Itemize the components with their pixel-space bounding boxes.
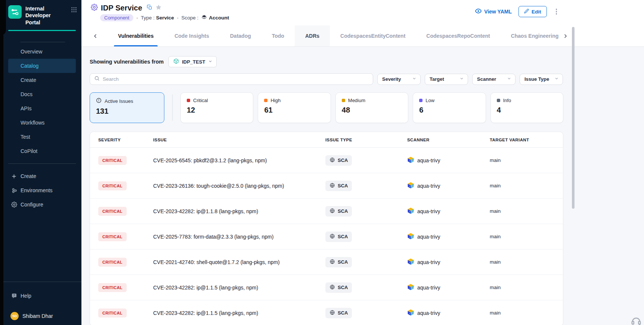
issue-cell: CVE-2023-42282: ip@1.1.5 (lang-pkgs, npm… bbox=[153, 285, 325, 291]
tab-vulnerabilities[interactable]: Vulnerabilities bbox=[108, 25, 164, 46]
edit-button[interactable]: Edit bbox=[518, 6, 547, 17]
type-value: Service bbox=[156, 15, 174, 21]
high-card[interactable]: High 61 bbox=[258, 92, 331, 123]
tabs-scroll-right-icon[interactable] bbox=[563, 25, 568, 46]
sidebar-item-test[interactable]: Test bbox=[8, 130, 76, 144]
issue-cell: CVE-2023-26136: tough-cookie@2.5.0 (lang… bbox=[153, 183, 325, 189]
sca-icon bbox=[329, 284, 335, 291]
help-button[interactable]: ? Help bbox=[0, 290, 81, 301]
star-icon[interactable] bbox=[155, 4, 162, 12]
help-label: Help bbox=[21, 293, 31, 299]
table-row[interactable]: CRITICAL CVE-2023-42282: ip@1.1.8 (lang-… bbox=[90, 199, 563, 224]
sidebar-item-workflows[interactable]: Workflows bbox=[8, 116, 76, 130]
sca-icon bbox=[329, 259, 335, 266]
more-options-icon[interactable] bbox=[554, 7, 560, 16]
severity-badge: CRITICAL bbox=[98, 232, 127, 241]
active-issues-card[interactable]: Active Issues 131 bbox=[90, 92, 164, 123]
filter-label: Scanner bbox=[477, 76, 496, 82]
col-issue-type: ISSUE TYPE bbox=[325, 138, 407, 142]
portal-title: Internal Developer Portal bbox=[25, 5, 66, 26]
sidebar-action-environments[interactable]: Environments bbox=[0, 183, 81, 197]
sidebar-item-docs[interactable]: Docs bbox=[8, 87, 76, 101]
pipeline-icon bbox=[10, 7, 20, 17]
sca-icon bbox=[329, 183, 335, 189]
tabs-scroll-left-icon[interactable] bbox=[93, 25, 98, 46]
project-selector[interactable]: IDP_TEST bbox=[168, 56, 217, 67]
severity-badge: CRITICAL bbox=[98, 283, 127, 292]
trivy-icon bbox=[407, 233, 414, 241]
issue-cell: CVE-2021-42740: shell-quote@1.7.2 (lang-… bbox=[153, 259, 325, 265]
chevron-down-icon bbox=[459, 76, 464, 82]
support-widget-icon[interactable] bbox=[631, 315, 642, 325]
tab-chaos-engineering[interactable]: Chaos Engineering bbox=[501, 25, 563, 46]
sidebar-action-create[interactable]: Create bbox=[0, 169, 81, 183]
tab-codespaces-repo-content[interactable]: CodespacesRepoContent bbox=[416, 25, 500, 46]
sidebar-action-configure[interactable]: Configure bbox=[0, 197, 81, 212]
user-name: Shibam Dhar bbox=[22, 313, 53, 319]
tab-code-insights[interactable]: Code Insights bbox=[164, 25, 220, 46]
chevron-down-icon bbox=[412, 76, 417, 82]
card-label: Critical bbox=[193, 98, 208, 103]
scanner-cell: aqua-trivy bbox=[407, 283, 490, 292]
table-row[interactable]: CRITICAL CVE-2023-26136: tough-cookie@2.… bbox=[90, 173, 563, 199]
divider bbox=[0, 282, 81, 282]
sca-icon bbox=[329, 233, 335, 240]
search-input[interactable] bbox=[103, 76, 369, 82]
main-area: IDP Service Component Type : Ser bbox=[81, 0, 644, 325]
table-row[interactable]: CRITICAL CVE-2023-42282: ip@1.1.5 (lang-… bbox=[90, 300, 563, 325]
apps-grid-icon[interactable] bbox=[71, 7, 77, 14]
tab-adrs[interactable]: ADRs bbox=[295, 25, 330, 46]
target-cell: main bbox=[490, 157, 555, 163]
table-row[interactable]: CRITICAL CVE-2025-6545: pbkdf2@3.1.2 (la… bbox=[90, 148, 563, 173]
low-card[interactable]: Low 6 bbox=[413, 92, 486, 123]
vertical-scrollbar[interactable] bbox=[572, 27, 575, 209]
target-cell: main bbox=[490, 234, 555, 239]
sidebar-item-overview[interactable]: Overview bbox=[8, 45, 76, 59]
issue-type-badge: SCA bbox=[325, 155, 352, 166]
table-row[interactable]: CRITICAL CVE-2021-42740: shell-quote@1.7… bbox=[90, 249, 563, 275]
severity-badge: CRITICAL bbox=[98, 258, 127, 267]
issue-cell: CVE-2025-7783: form-data@2.3.3 (lang-pkg… bbox=[153, 234, 325, 240]
chevron-down-icon bbox=[554, 76, 559, 82]
search-icon bbox=[94, 76, 100, 83]
table-row[interactable]: CRITICAL CVE-2023-42282: ip@1.1.5 (lang-… bbox=[90, 275, 563, 300]
tab-codespaces-entity-content[interactable]: CodespacesEntityContent bbox=[330, 25, 416, 46]
sca-icon bbox=[329, 208, 335, 215]
sidebar-item-catalog[interactable]: Catalog bbox=[8, 59, 76, 73]
table-row[interactable]: CRITICAL CVE-2025-7783: form-data@2.3.3 … bbox=[90, 224, 563, 249]
view-yaml-label: View YAML bbox=[484, 9, 512, 15]
filter-scanner[interactable]: Scanner bbox=[472, 74, 515, 85]
card-label: Low bbox=[425, 98, 434, 103]
filter-target[interactable]: Target bbox=[425, 74, 468, 85]
divider bbox=[172, 95, 173, 121]
type-label: Type : bbox=[141, 15, 155, 21]
trivy-icon bbox=[407, 156, 414, 165]
plus-icon bbox=[11, 174, 21, 179]
copy-icon[interactable] bbox=[147, 4, 152, 12]
info-card[interactable]: Info 4 bbox=[490, 92, 563, 123]
critical-count: 12 bbox=[187, 106, 247, 114]
sidebar-action-label: Create bbox=[21, 173, 36, 179]
sidebar-item-apis[interactable]: APIs bbox=[8, 101, 76, 116]
medium-card[interactable]: Medium 48 bbox=[335, 92, 408, 123]
sidebar-item-create[interactable]: Create bbox=[8, 73, 76, 87]
filter-label: Target bbox=[430, 76, 444, 82]
view-yaml-button[interactable]: View YAML bbox=[475, 8, 512, 15]
user-menu[interactable]: SD Shibam Dhar bbox=[0, 310, 81, 322]
target-cell: main bbox=[490, 183, 555, 188]
tab-todo[interactable]: Todo bbox=[261, 25, 295, 46]
sidebar-item-copilot[interactable]: CoPilot bbox=[8, 144, 76, 158]
tab-datadog[interactable]: Datadog bbox=[220, 25, 261, 46]
divider bbox=[21, 42, 65, 42]
col-scanner: SCANNER bbox=[407, 138, 490, 142]
card-label: Medium bbox=[348, 98, 365, 103]
filter-issue-type[interactable]: Issue Type bbox=[520, 74, 563, 85]
showing-label: Showing vulnerabilities from bbox=[90, 59, 164, 65]
critical-card[interactable]: Critical 12 bbox=[180, 92, 253, 123]
edit-label: Edit bbox=[532, 9, 541, 15]
issue-cell: CVE-2023-42282: ip@1.1.8 (lang-pkgs, npm… bbox=[153, 208, 325, 214]
scanner-cell: aqua-trivy bbox=[407, 156, 490, 165]
filter-severity[interactable]: Severity bbox=[377, 74, 421, 85]
left-edge-corner bbox=[0, 0, 6, 35]
scanner-cell: aqua-trivy bbox=[407, 309, 490, 317]
